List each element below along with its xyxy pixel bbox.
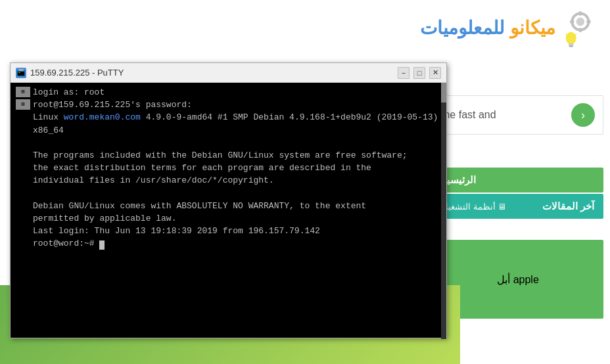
terminal-line-8: individual files in /usr/share/doc/*/cop… [16,175,441,187]
putty-close-button[interactable]: ✕ [429,67,441,79]
svg-point-1 [576,18,585,26]
terminal-line-7: the exact distribution terms for each pr… [16,162,441,174]
nav-latest-category: 🖥 أنظمة التشغيل [442,202,506,212]
terminal-text-3: Linux word.mekan0.com 4.9.0-9-amd64 #1 S… [33,112,438,124]
putty-app-icon [16,68,26,78]
terminal-text-2: root@159.69.215.225's password: [33,99,192,111]
putty-minimize-button[interactable]: − [398,67,410,79]
terminal-icon-1: ⊞ [16,87,30,97]
ad-arrow-button[interactable]: › [571,103,595,127]
logo-icon [561,7,597,49]
terminal-prompt: root@word:~# [33,238,105,250]
svg-rect-7 [569,43,574,45]
ad-text: the fast and [441,109,496,121]
terminal-line-10: Debian GNU/Linux comes with ABSOLUTELY N… [16,200,441,212]
terminal-line-11: permitted by applicable law. [16,213,441,225]
nav-item-home[interactable]: الرئيسية [433,168,603,193]
apple-card-text: أبل apple [497,273,539,286]
terminal-line-2: ⊞ root@159.69.215.225's password: [16,99,441,111]
terminal-line-5 [16,137,441,149]
terminal-cursor [99,240,105,250]
putty-terminal[interactable]: ⊞ login as: root ⊞ root@159.69.215.225's… [11,83,446,338]
terminal-text-6: The programs included with the Debian GN… [33,150,408,162]
terminal-line-6: The programs included with the Debian GN… [16,150,441,162]
terminal-line-1: ⊞ login as: root [16,87,441,99]
svg-rect-14 [18,72,24,76]
terminal-text-8: individual files in /usr/share/doc/*/cop… [33,175,274,187]
svg-rect-3 [579,28,582,32]
terminal-icon-2: ⊞ [16,99,30,110]
terminal-line-prompt: root@word:~# [16,238,441,250]
scrollbar-thumb [441,83,446,102]
terminal-line-4: x86_64 [16,125,441,137]
putty-title-left: 159.69.215.225 - PuTTY [16,68,124,78]
putty-scrollbar[interactable] [441,83,446,339]
nav-sidebar: الرئيسية آخر المقالات 🖥 أنظمة التشغيل [433,168,603,219]
svg-rect-5 [586,20,590,24]
terminal-line-9 [16,188,441,200]
svg-rect-8 [569,45,573,47]
terminal-text-7: the exact distribution terms for each pr… [33,162,371,174]
terminal-text-12: Last login: Thu Jun 13 19:18:39 2019 fro… [33,225,320,237]
terminal-text-10: Debian GNU/Linux comes with ABSOLUTELY N… [33,200,366,212]
putty-window: 159.69.215.225 - PuTTY − □ ✕ ⊞ login as:… [10,62,447,338]
logo-text: ميكانو للمعلوميات [420,17,555,39]
nav-latest-label: آخر المقالات [542,200,594,212]
terminal-line-12: Last login: Thu Jun 13 19:18:39 2019 fro… [16,225,441,237]
putty-titlebar: 159.69.215.225 - PuTTY − □ ✕ [11,63,446,83]
svg-rect-15 [18,72,20,73]
terminal-text-11: permitted by applicable law. [33,213,176,225]
putty-controls: − □ ✕ [398,67,441,79]
svg-rect-13 [18,69,24,71]
svg-rect-4 [570,20,574,24]
terminal-text-4: x86_64 [33,125,64,137]
putty-title-text: 159.69.215.225 - PuTTY [30,68,124,78]
nav-item-latest[interactable]: آخر المقالات 🖥 أنظمة التشغيل [433,194,603,219]
logo-area: ميكانو للمعلوميات [420,7,597,49]
terminal-line-3: Linux word.mekan0.com 4.9.0-9-amd64 #1 S… [16,112,441,124]
svg-rect-2 [579,11,582,15]
terminal-text-1: login as: root [33,87,105,99]
putty-maximize-button[interactable]: □ [413,67,425,79]
ad-banner: the fast and › [433,95,603,135]
